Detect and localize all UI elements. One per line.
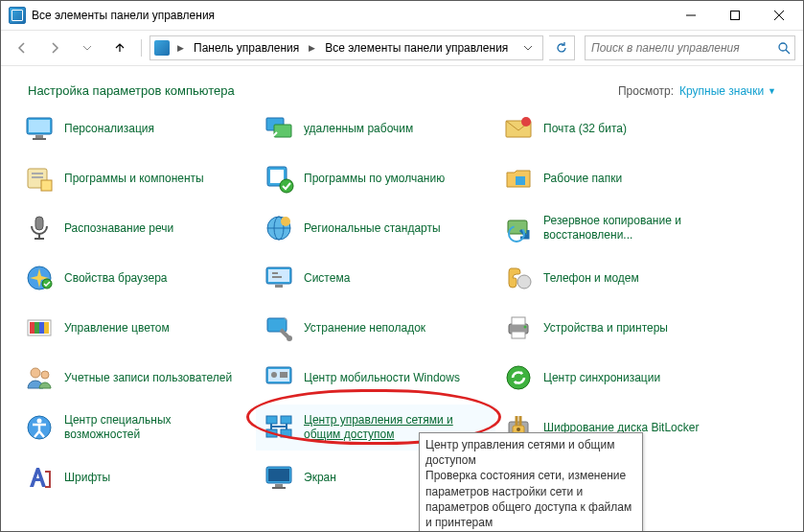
svg-rect-62 [281,429,291,437]
titlebar: Все элементы панели управления [1,1,803,31]
remote-icon [264,113,294,144]
mic-icon [24,213,55,243]
svg-rect-36 [272,276,282,278]
cpl-item-label: удаленным рабочим [304,122,413,136]
cpl-item-phone[interactable]: Телефон и модем [495,255,735,301]
cpl-item-monitor[interactable]: Персонализация [16,105,256,151]
forward-button[interactable] [41,35,68,61]
close-button[interactable] [757,1,801,30]
svg-point-68 [517,428,520,431]
svg-rect-15 [32,173,43,174]
cpl-item-fonts[interactable]: Шрифты [16,454,256,500]
svg-point-45 [287,335,292,341]
svg-rect-61 [266,429,277,437]
svg-rect-41 [34,322,39,334]
breadcrumb-dropdown[interactable] [517,37,539,58]
up-button[interactable] [106,35,133,61]
cpl-item-printer[interactable]: Устройства и принтеры [495,305,735,351]
cpl-item-mail[interactable]: Почта (32 бита) [495,105,735,151]
cpl-item-label: Почта (32 бита) [543,122,627,136]
separator [141,39,142,57]
cpl-item-remote[interactable]: удаленным рабочим [256,105,495,151]
svg-rect-40 [30,322,34,334]
svg-rect-47 [512,317,525,325]
search-box[interactable] [585,35,795,60]
svg-point-20 [280,179,293,193]
cpl-item-label: Центр синхронизации [543,371,660,385]
display-icon [264,462,294,493]
cpl-item-programs[interactable]: Программы и компоненты [16,155,256,201]
content-area: Настройка параметров компьютера Просмотр… [1,66,803,531]
system-icon [264,263,294,293]
history-dropdown[interactable] [74,35,101,61]
fonts-icon [24,462,55,493]
cpl-item-system[interactable]: Система [256,255,495,301]
svg-rect-35 [272,272,278,274]
svg-rect-16 [32,176,43,178]
minimize-button[interactable] [669,1,713,30]
back-button[interactable] [9,35,35,61]
cpl-item-label: Управление цветом [64,321,170,335]
cpl-item-backup[interactable]: Резервное копирование и восстановлени... [495,205,735,251]
tooltip: Центр управления сетями и общим доступом… [419,432,643,532]
cpl-item-label: Телефон и модем [543,271,639,286]
cpl-item-sync[interactable]: Центр синхронизации [495,355,735,401]
cpl-item-globe[interactable]: Региональные стандарты [256,205,495,251]
cpl-item-language[interactable]: Язык [16,504,256,518]
svg-rect-59 [266,416,277,424]
cpl-item-color[interactable]: Управление цветом [16,305,256,351]
cpl-item-label: Региональные стандарты [304,221,441,236]
ease-icon [24,412,55,443]
svg-rect-37 [275,285,283,288]
breadcrumb-segment-current[interactable]: Все элементы панели управления [319,37,514,58]
cpl-item-mic[interactable]: Распознавание речи [16,205,256,251]
cpl-item-users[interactable]: Учетные записи пользователей [16,355,256,401]
svg-rect-55 [280,372,287,378]
view-label: Просмотр: [618,84,674,98]
svg-point-50 [31,368,40,378]
cpl-item-troubleshoot[interactable]: Устранение неполадок [256,305,495,351]
svg-rect-60 [281,416,291,424]
cpl-item-workfolders[interactable]: Рабочие папки [495,155,735,201]
cpl-item-mobility[interactable]: Центр мобильности Windows [256,355,495,401]
backup-icon [503,213,534,243]
titlebar-app-icon [9,7,26,24]
cpl-item-label: Свойства браузера [64,271,168,286]
cpl-item-label: Персонализация [64,122,154,136]
monitor-icon [24,113,55,144]
svg-rect-22 [35,217,43,230]
browser-icon [24,263,55,293]
chevron-right-icon[interactable]: ▶ [305,43,319,53]
cpl-item-label: Экран [304,471,336,485]
breadcrumb-segment-root[interactable]: Панель управления [188,37,305,58]
search-icon[interactable] [777,41,791,55]
control-panel-window: Все элементы панели управления ▶ Панель … [0,0,804,532]
svg-rect-42 [39,322,44,334]
svg-rect-8 [35,135,43,138]
cpl-item-label: Программы и компоненты [64,172,204,186]
svg-rect-9 [33,138,46,140]
page-title: Настройка параметров компьютера [28,83,618,98]
breadcrumb-bar[interactable]: ▶ Панель управления ▶ Все элементы панел… [149,35,543,60]
refresh-button[interactable] [549,35,575,60]
search-input[interactable] [589,40,777,56]
svg-point-13 [521,117,531,127]
view-mode-dropdown[interactable]: Крупные значки [679,84,764,98]
users-icon [24,362,55,393]
chevron-right-icon[interactable]: ▶ [173,43,188,53]
maximize-button[interactable] [713,1,757,30]
cpl-item-defaults[interactable]: Программы по умолчанию [256,155,495,201]
cpl-item-ease[interactable]: Центр специальных возможностей [16,405,256,451]
workfolders-icon [503,163,534,194]
window-title: Все элементы панели управления [32,9,669,22]
items-grid: Персонализацияудаленным рабочимПочта (32… [1,105,803,518]
svg-rect-43 [44,322,49,334]
cpl-item-browser[interactable]: Свойства браузера [16,255,256,301]
sync-icon [503,362,534,393]
cpl-item-label: Центр специальных возможностей [64,413,246,442]
printer-icon [503,312,534,343]
svg-rect-72 [272,487,286,489]
svg-point-28 [281,217,290,226]
color-icon [24,312,55,343]
chevron-down-icon[interactable]: ▼ [768,86,776,96]
